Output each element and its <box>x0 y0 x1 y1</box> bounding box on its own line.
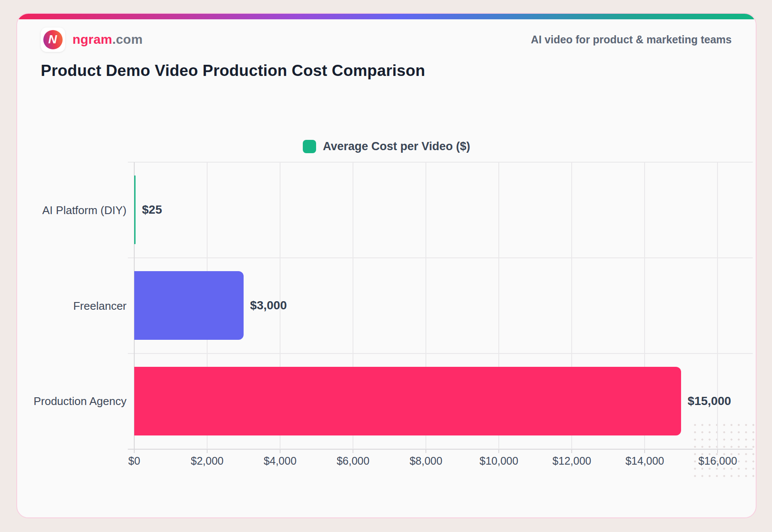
bar-ai-platform-diy <box>134 175 136 244</box>
chart-row: $15,000 <box>134 354 753 449</box>
brand-name-main: ngram <box>72 32 112 46</box>
bar-value-label: $3,000 <box>250 299 287 312</box>
x-tick-label: $0 <box>128 455 140 467</box>
x-axis-tickmark <box>353 449 353 453</box>
y-axis-labels: AI Platform (DIY)FreelancerProduction Ag… <box>17 162 127 449</box>
x-axis-tickmark <box>280 449 280 453</box>
chart-title: Product Demo Video Production Cost Compa… <box>41 62 425 80</box>
x-axis-tickmark <box>717 449 718 453</box>
category-label: Freelancer <box>17 299 127 312</box>
ngram-logo-icon: N <box>41 27 65 52</box>
x-tick-label: $2,000 <box>191 455 223 467</box>
x-axis-tickmark <box>644 449 645 453</box>
x-axis-tickmark <box>425 449 426 453</box>
x-axis-tickmark <box>571 449 572 453</box>
x-tick-label: $14,000 <box>625 455 664 467</box>
x-axis-tickmark <box>207 449 208 453</box>
legend-swatch <box>303 140 316 153</box>
x-tick-label: $4,000 <box>264 455 296 467</box>
brand-name-tld: .com <box>112 32 143 46</box>
top-gradient-bar <box>17 14 756 19</box>
bar-production-agency <box>134 367 681 435</box>
brand-name: ngram.com <box>72 32 143 47</box>
x-axis-tickmark <box>134 449 135 453</box>
chart-row: $3,000 <box>134 258 753 354</box>
infographic-card: N ngram.com AI video for product & marke… <box>16 13 757 518</box>
bar-value-label: $25 <box>142 203 162 217</box>
header-tagline: AI video for product & marketing teams <box>531 33 732 46</box>
category-label: Production Agency <box>17 395 127 408</box>
chart-row: $25 <box>134 162 753 258</box>
chart-legend: Average Cost per Video ($) <box>17 139 756 154</box>
x-tick-label: $6,000 <box>337 455 369 467</box>
logo-letter: N <box>48 33 57 45</box>
legend-label: Average Cost per Video ($) <box>323 140 470 153</box>
category-label: AI Platform (DIY) <box>17 203 127 217</box>
x-tick-label: $10,000 <box>479 455 518 467</box>
header: N ngram.com AI video for product & marke… <box>41 27 732 52</box>
x-tick-label: $16,000 <box>698 455 737 467</box>
x-tick-label: $12,000 <box>552 455 591 467</box>
bar-value-label: $15,000 <box>688 394 731 408</box>
x-axis-labels: $0$2,000$4,000$6,000$8,000$10,000$12,000… <box>134 455 753 469</box>
logo-circle: N <box>43 30 63 49</box>
bar-chart-plot-area: $25$3,000$15,000 <box>134 162 753 449</box>
bar-freelancer <box>134 271 244 340</box>
x-axis-tickmark <box>498 449 499 453</box>
x-tick-label: $8,000 <box>410 455 442 467</box>
